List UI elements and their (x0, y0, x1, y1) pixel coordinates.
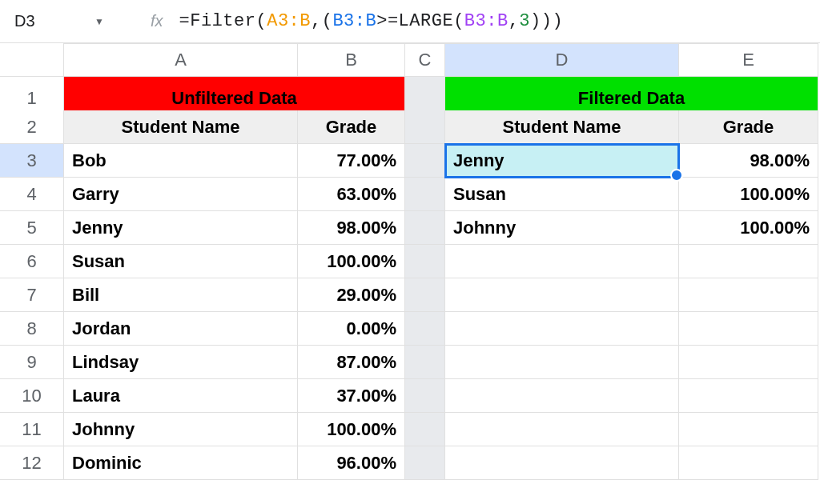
formula-bar: D3 ▼ fx =Filter(A3:B,(B3:B>=LARGE(B3:B,3… (0, 0, 820, 43)
formula-token: A3:B (267, 11, 311, 31)
col-header-C[interactable]: C (405, 43, 445, 77)
row-header-3[interactable]: 3 (0, 144, 64, 178)
spreadsheet-grid[interactable]: ABCDE1Unfiltered DataFiltered Data2Stude… (0, 43, 820, 480)
table-row[interactable]: 100.00% (298, 413, 405, 446)
table-row[interactable]: 87.00% (298, 346, 405, 379)
row-header-5[interactable]: 5 (0, 211, 64, 245)
table-row[interactable]: Susan (445, 178, 679, 211)
row-header-4[interactable]: 4 (0, 178, 64, 211)
table-row[interactable]: 100.00% (298, 245, 405, 278)
table-row[interactable]: 96.00% (298, 446, 405, 480)
table-row[interactable] (445, 346, 679, 379)
formula-token: ,( (311, 11, 332, 31)
table-row[interactable] (445, 278, 679, 312)
formula-token: B3:B (332, 11, 376, 31)
row-header-7[interactable]: 7 (0, 278, 64, 312)
formula-token: >=LARGE( (376, 11, 464, 31)
table-row[interactable] (445, 312, 679, 346)
table-row[interactable]: Johnny (64, 413, 298, 446)
row-header-11[interactable]: 11 (0, 413, 64, 446)
formula-token: , (508, 11, 520, 31)
row-header-6[interactable]: 6 (0, 245, 64, 278)
table-row[interactable]: 98.00% (679, 144, 818, 178)
table-row[interactable]: Jordan (64, 312, 298, 346)
table-row[interactable]: 77.00% (298, 144, 405, 178)
name-box-value: D3 (14, 12, 35, 30)
formula-input[interactable]: =Filter(A3:B,(B3:B>=LARGE(B3:B,3))) (179, 11, 814, 31)
table-row[interactable]: 98.00% (298, 211, 405, 245)
col-header-D[interactable]: D (445, 43, 679, 77)
formula-token: ))) (530, 11, 563, 31)
cell-C4[interactable] (405, 178, 445, 211)
row-header-10[interactable]: 10 (0, 379, 64, 413)
table-row[interactable] (679, 312, 818, 346)
unfiltered-col-student: Student Name (64, 110, 298, 144)
table-row[interactable]: 100.00% (679, 211, 818, 245)
filtered-col-student: Student Name (445, 110, 679, 144)
table-row[interactable]: Bill (64, 278, 298, 312)
table-row[interactable]: Jenny (445, 144, 679, 178)
table-row[interactable]: 0.00% (298, 312, 405, 346)
cell-C11[interactable] (405, 413, 445, 446)
unfiltered-col-grade: Grade (298, 110, 405, 144)
col-header-A[interactable]: A (64, 43, 298, 77)
cell-C5[interactable] (405, 211, 445, 245)
table-row[interactable] (679, 278, 818, 312)
table-row[interactable]: Bob (64, 144, 298, 178)
fx-icon: fx (111, 12, 179, 30)
table-row[interactable] (679, 245, 818, 278)
cell-C9[interactable] (405, 346, 445, 379)
row-header-8[interactable]: 8 (0, 312, 64, 346)
table-row[interactable] (445, 413, 679, 446)
cell-C7[interactable] (405, 278, 445, 312)
cell-C3[interactable] (405, 144, 445, 178)
table-row[interactable] (445, 446, 679, 480)
select-all-corner[interactable] (0, 43, 64, 77)
table-row[interactable] (445, 379, 679, 413)
row-header-9[interactable]: 9 (0, 346, 64, 379)
cell-C10[interactable] (405, 379, 445, 413)
table-row[interactable] (679, 346, 818, 379)
chevron-down-icon[interactable]: ▼ (94, 16, 104, 27)
table-row[interactable]: 37.00% (298, 379, 405, 413)
table-row[interactable]: Jenny (64, 211, 298, 245)
table-row[interactable] (679, 379, 818, 413)
table-row[interactable]: Susan (64, 245, 298, 278)
table-row[interactable] (445, 245, 679, 278)
col-header-E[interactable]: E (679, 43, 818, 77)
table-row[interactable]: Dominic (64, 446, 298, 480)
formula-token: =Filter( (179, 11, 267, 31)
table-row[interactable]: 63.00% (298, 178, 405, 211)
formula-token: B3:B (464, 11, 508, 31)
row-header-12[interactable]: 12 (0, 446, 64, 480)
table-row[interactable]: 100.00% (679, 178, 818, 211)
cell-C6[interactable] (405, 245, 445, 278)
table-row[interactable]: Lindsay (64, 346, 298, 379)
filtered-col-grade: Grade (679, 110, 818, 144)
formula-token: 3 (519, 11, 530, 31)
table-row[interactable]: Laura (64, 379, 298, 413)
row-header-2[interactable]: 2 (0, 110, 64, 144)
cell-C12[interactable] (405, 446, 445, 480)
cell-C2[interactable] (405, 110, 445, 144)
table-row[interactable]: 29.00% (298, 278, 405, 312)
table-row[interactable]: Garry (64, 178, 298, 211)
name-box[interactable]: D3 ▼ (6, 8, 111, 35)
table-row[interactable] (679, 446, 818, 480)
col-header-B[interactable]: B (298, 43, 405, 77)
table-row[interactable] (679, 413, 818, 446)
cell-C8[interactable] (405, 312, 445, 346)
table-row[interactable]: Johnny (445, 211, 679, 245)
